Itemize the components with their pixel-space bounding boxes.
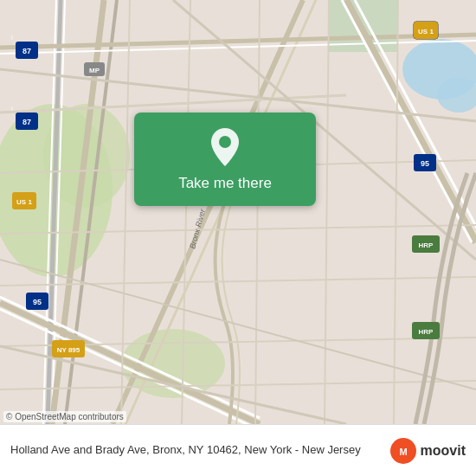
osm-attribution: © OpenStreetMap contributors — [3, 411, 126, 422]
address-text: Holland Ave and Brady Ave, Bronx, NY 104… — [10, 443, 381, 458]
moovit-icon: M — [389, 437, 417, 465]
svg-text:95: 95 — [33, 298, 42, 306]
svg-text:US 1: US 1 — [418, 28, 434, 35]
svg-text:US 1: US 1 — [16, 198, 32, 206]
svg-text:87: 87 — [23, 118, 31, 126]
svg-text:I: I — [11, 106, 13, 112]
moovit-logo: M moovit — [389, 437, 466, 465]
bottom-bar: Holland Ave and Brady Ave, Bronx, NY 104… — [0, 424, 476, 476]
location-pin-icon — [209, 128, 241, 166]
svg-text:HRP: HRP — [419, 328, 434, 336]
svg-text:MP: MP — [89, 67, 100, 74]
osm-text: © OpenStreetMap contributors — [6, 412, 124, 421]
svg-text:M: M — [399, 447, 407, 457]
svg-text:95: 95 — [421, 159, 429, 168]
svg-text:HRP: HRP — [419, 241, 434, 249]
svg-point-63 — [219, 136, 231, 148]
svg-text:87: 87 — [23, 47, 31, 55]
map-container: 87 I 87 I US 1 US 1 95 95 HRP HRP NY 895… — [0, 0, 476, 424]
button-label: Take me there — [178, 175, 272, 192]
svg-text:I: I — [11, 35, 13, 41]
moovit-text: moovit — [421, 443, 466, 459]
take-me-there-button[interactable]: Take me there — [134, 113, 316, 206]
svg-text:NY 895: NY 895 — [57, 346, 80, 354]
